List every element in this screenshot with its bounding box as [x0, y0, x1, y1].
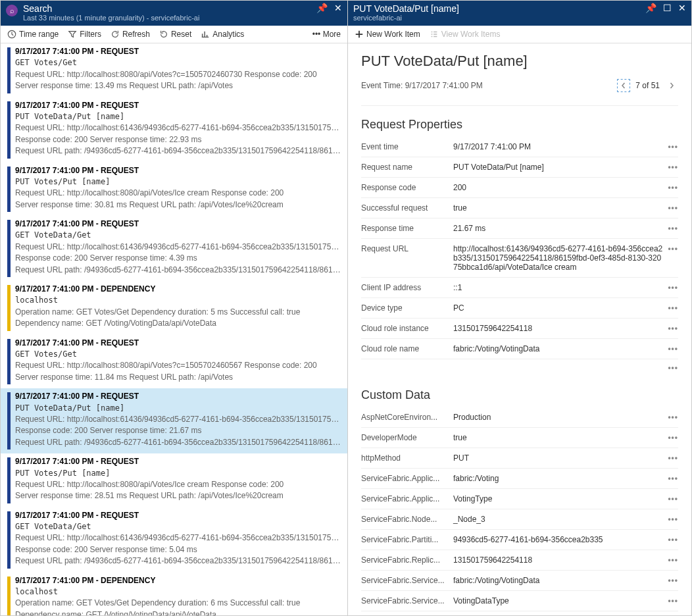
- entry-detail-line: Response code: 200 Server response time:…: [15, 253, 347, 264]
- entry-header: 9/17/2017 7:41:00 PM - REQUEST: [15, 510, 347, 521]
- property-actions-button[interactable]: •••: [668, 224, 678, 233]
- property-key: ServiceFabric.Partiti...: [361, 535, 453, 544]
- property-actions-button[interactable]: •••: [668, 555, 678, 565]
- result-entry[interactable]: 9/17/2017 7:41:00 PM - DEPENDENCYlocalho…: [1, 573, 347, 615]
- property-row: Client IP address::1•••: [361, 278, 678, 298]
- property-actions-button[interactable]: •••: [668, 142, 678, 151]
- property-key: Client IP address: [361, 283, 453, 292]
- more-actions-button[interactable]: •••: [361, 359, 678, 376]
- property-actions-button[interactable]: •••: [668, 183, 678, 192]
- search-subtitle: Last 33 minutes (1 minute granularity) -…: [23, 14, 316, 22]
- property-row: Event time9/17/2017 7:41:00 PM•••: [361, 137, 678, 157]
- analytics-button[interactable]: Analytics: [201, 30, 244, 39]
- maximize-icon[interactable]: ☐: [663, 3, 672, 13]
- property-key: ServiceFabric.Applic...: [361, 474, 453, 483]
- entry-header: 9/17/2017 7:41:00 PM - DEPENDENCY: [15, 575, 347, 586]
- entry-operation: GET Votes/Get: [15, 57, 347, 68]
- property-value: fabric:/Voting/VotingData: [453, 344, 668, 353]
- close-icon[interactable]: ✕: [678, 3, 686, 13]
- result-entry[interactable]: 9/17/2017 7:41:00 PM - REQUESTPUT VoteDa…: [1, 97, 347, 163]
- result-entry[interactable]: 9/17/2017 7:41:00 PM - REQUESTGET VoteDa…: [1, 507, 347, 573]
- property-actions-button[interactable]: •••: [668, 203, 678, 213]
- property-value: ::1: [453, 283, 668, 292]
- property-actions-button[interactable]: •••: [668, 596, 678, 605]
- property-row: ServiceFabric.Service...VotingDataType••…: [361, 591, 678, 611]
- property-row: DeveloperModetrue•••: [361, 428, 678, 448]
- property-value: 21.67 ms: [453, 224, 668, 233]
- property-row: Request namePUT VoteData/Put [name]•••: [361, 157, 678, 178]
- property-row: Request URLhttp://localhost:61436/94936c…: [361, 239, 678, 278]
- request-bar: [7, 457, 11, 503]
- property-row: ServiceFabric.Applic...VotingType•••: [361, 489, 678, 509]
- property-actions-button[interactable]: •••: [668, 344, 678, 353]
- new-work-item-button[interactable]: New Work Item: [355, 30, 420, 39]
- entry-detail-line: Request URL: http://localhost:8080/api/V…: [15, 479, 347, 490]
- property-actions-button[interactable]: •••: [668, 413, 678, 422]
- result-entry[interactable]: 9/17/2017 7:41:00 PM - REQUESTPUT Votes/…: [1, 163, 347, 217]
- property-actions-button[interactable]: •••: [668, 324, 678, 333]
- chevron-right-icon: [668, 82, 675, 89]
- entry-detail-line: Request URL: http://localhost:61436/9493…: [15, 242, 347, 253]
- property-value: fabric:/Voting/VotingData: [453, 576, 668, 585]
- request-bar: [7, 392, 11, 449]
- property-key: ServiceFabric.Applic...: [361, 494, 453, 503]
- entry-detail-line: Server response time: 28.51 ms Request U…: [15, 490, 347, 501]
- entry-operation: PUT VoteData/Put [name]: [15, 111, 347, 122]
- pin-icon[interactable]: 📌: [645, 3, 656, 13]
- results-list[interactable]: 9/17/2017 7:41:00 PM - REQUESTGET Votes/…: [1, 43, 347, 615]
- view-work-items-button: View Work Items: [430, 30, 501, 39]
- close-icon[interactable]: ✕: [334, 3, 342, 13]
- entry-detail-line: Server response time: 30.81 ms Request U…: [15, 199, 347, 211]
- property-value: PUT VoteData/Put [name]: [453, 163, 668, 172]
- property-actions-button[interactable]: •••: [668, 303, 678, 313]
- analytics-icon: [201, 30, 210, 39]
- entry-operation: localhost: [15, 586, 347, 598]
- property-row: Successful requesttrue•••: [361, 198, 678, 218]
- property-actions-button[interactable]: •••: [668, 535, 678, 544]
- reset-button[interactable]: Reset: [159, 30, 191, 39]
- time-range-button[interactable]: Time range: [7, 30, 59, 39]
- more-button[interactable]: ••• More: [312, 30, 341, 39]
- property-key: ServiceFabric.Service...: [361, 576, 453, 585]
- reset-icon: [159, 30, 168, 39]
- property-actions-button[interactable]: •••: [668, 453, 678, 463]
- property-actions-button[interactable]: •••: [668, 494, 678, 503]
- property-actions-button[interactable]: •••: [668, 283, 678, 292]
- property-row: ServiceFabric.Applic...fabric:/Voting•••: [361, 469, 678, 489]
- entry-header: 9/17/2017 7:41:00 PM - REQUEST: [15, 456, 347, 467]
- entry-detail-line: Request URL path: /94936cd5-6277-4161-b6…: [15, 145, 347, 157]
- pager-prev-button[interactable]: [617, 79, 630, 92]
- entry-detail-line: Request URL path: /94936cd5-6277-4161-b6…: [15, 437, 347, 448]
- property-actions-button[interactable]: •••: [668, 474, 678, 483]
- pager-next-button[interactable]: [665, 79, 678, 92]
- property-value: _Node_3: [453, 515, 668, 524]
- property-actions-button[interactable]: •••: [668, 244, 678, 253]
- request-bar: [7, 339, 11, 385]
- entry-detail-line: Dependency name: GET /Voting/VotingData/…: [15, 609, 347, 615]
- property-value: PC: [453, 303, 668, 313]
- property-actions-button[interactable]: •••: [668, 515, 678, 524]
- custom-data-heading: Custom Data: [361, 388, 678, 402]
- filters-button[interactable]: Filters: [68, 30, 101, 39]
- property-row: ServiceFabric.Service...fabric:/Voting/V…: [361, 571, 678, 591]
- refresh-button[interactable]: Refresh: [111, 30, 150, 39]
- dependency-bar: [7, 577, 11, 615]
- result-entry[interactable]: 9/17/2017 7:41:00 PM - REQUESTPUT VoteDa…: [1, 388, 347, 453]
- property-value: true: [453, 433, 668, 442]
- entry-detail-line: Request URL: http://localhost:61436/9493…: [15, 414, 347, 425]
- property-actions-button[interactable]: •••: [668, 163, 678, 172]
- filter-icon: [68, 30, 77, 39]
- pin-icon[interactable]: 📌: [316, 3, 328, 13]
- result-entry[interactable]: 9/17/2017 7:41:00 PM - REQUESTGET VoteDa…: [1, 216, 347, 281]
- property-actions-button[interactable]: •••: [668, 576, 678, 585]
- property-row: Response time21.67 ms•••: [361, 218, 678, 239]
- entry-detail-line: Dependency name: GET /Voting/VotingData/…: [15, 318, 347, 329]
- property-actions-button[interactable]: •••: [668, 433, 678, 442]
- result-entry[interactable]: 9/17/2017 7:41:00 PM - REQUESTPUT Votes/…: [1, 453, 347, 507]
- property-row: ServiceFabric.Partiti...94936cd5-6277-41…: [361, 530, 678, 550]
- property-value: Production: [453, 413, 668, 422]
- result-entry[interactable]: 9/17/2017 7:41:00 PM - REQUESTGET Votes/…: [1, 335, 347, 389]
- clock-icon: [7, 30, 16, 39]
- result-entry[interactable]: 9/17/2017 7:41:00 PM - DEPENDENCYlocalho…: [1, 281, 347, 335]
- result-entry[interactable]: 9/17/2017 7:41:00 PM - REQUESTGET Votes/…: [1, 43, 347, 97]
